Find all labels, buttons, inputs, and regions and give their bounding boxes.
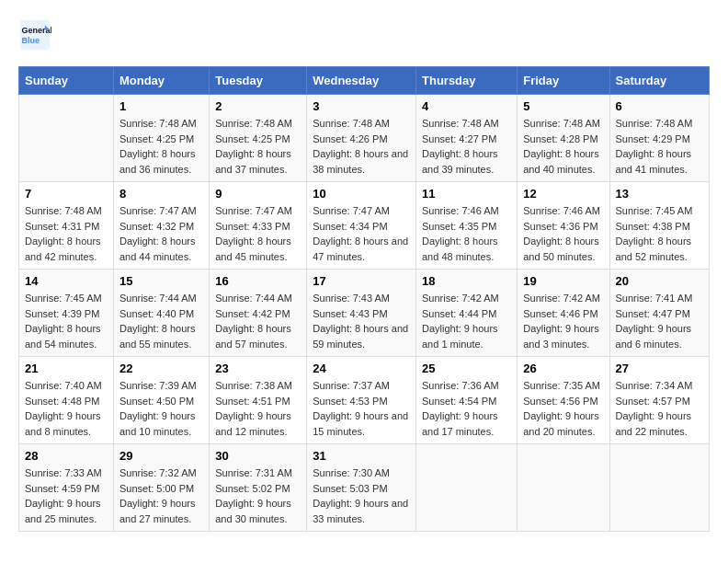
day-cell: 15Sunrise: 7:44 AMSunset: 4:40 PMDayligh… (113, 270, 209, 357)
day-info: Sunrise: 7:45 AMSunset: 4:38 PMDaylight:… (616, 203, 703, 264)
day-cell: 1Sunrise: 7:48 AMSunset: 4:25 PMDaylight… (113, 95, 209, 182)
day-number: 10 (313, 187, 410, 201)
day-number: 23 (215, 362, 301, 375)
week-row-2: 14Sunrise: 7:45 AMSunset: 4:39 PMDayligh… (19, 270, 710, 357)
day-cell: 19Sunrise: 7:42 AMSunset: 4:46 PMDayligh… (518, 270, 609, 357)
day-number: 15 (119, 274, 203, 288)
day-info: Sunrise: 7:42 AMSunset: 4:44 PMDaylight:… (422, 291, 511, 351)
day-info: Sunrise: 7:40 AMSunset: 4:48 PMDaylight:… (25, 378, 108, 439)
day-number: 31 (313, 449, 410, 463)
day-number: 25 (422, 362, 511, 375)
week-row-1: 7Sunrise: 7:48 AMSunset: 4:31 PMDaylight… (19, 182, 710, 270)
day-info: Sunrise: 7:48 AMSunset: 4:31 PMDaylight:… (25, 203, 108, 264)
day-cell: 7Sunrise: 7:48 AMSunset: 4:31 PMDaylight… (19, 182, 114, 270)
day-number: 29 (119, 449, 203, 463)
header: General Blue (18, 18, 710, 52)
header-cell-monday: Monday (113, 67, 209, 95)
day-cell: 30Sunrise: 7:31 AMSunset: 5:02 PMDayligh… (210, 444, 307, 532)
header-cell-thursday: Thursday (416, 67, 518, 95)
day-info: Sunrise: 7:33 AMSunset: 4:59 PMDaylight:… (25, 465, 108, 526)
week-row-0: 1Sunrise: 7:48 AMSunset: 4:25 PMDaylight… (19, 95, 710, 182)
day-cell: 20Sunrise: 7:41 AMSunset: 4:47 PMDayligh… (609, 270, 709, 357)
day-cell: 4Sunrise: 7:48 AMSunset: 4:27 PMDaylight… (416, 95, 518, 182)
day-cell: 6Sunrise: 7:48 AMSunset: 4:29 PMDaylight… (609, 95, 709, 182)
day-info: Sunrise: 7:36 AMSunset: 4:54 PMDaylight:… (422, 378, 511, 439)
day-number: 3 (313, 99, 410, 113)
day-info: Sunrise: 7:37 AMSunset: 4:53 PMDaylight:… (313, 378, 410, 439)
day-info: Sunrise: 7:46 AMSunset: 4:35 PMDaylight:… (422, 203, 511, 264)
day-info: Sunrise: 7:32 AMSunset: 5:00 PMDaylight:… (119, 465, 203, 526)
day-cell: 11Sunrise: 7:46 AMSunset: 4:35 PMDayligh… (416, 182, 518, 270)
day-info: Sunrise: 7:39 AMSunset: 4:50 PMDaylight:… (119, 378, 203, 439)
day-number: 8 (119, 187, 203, 201)
day-cell: 27Sunrise: 7:34 AMSunset: 4:57 PMDayligh… (609, 357, 709, 444)
day-number: 4 (422, 99, 511, 113)
day-info: Sunrise: 7:44 AMSunset: 4:42 PMDaylight:… (215, 291, 301, 351)
header-cell-friday: Friday (518, 67, 609, 95)
day-cell: 29Sunrise: 7:32 AMSunset: 5:00 PMDayligh… (113, 444, 209, 532)
day-info: Sunrise: 7:31 AMSunset: 5:02 PMDaylight:… (215, 465, 301, 526)
day-number: 26 (523, 362, 603, 375)
day-cell: 31Sunrise: 7:30 AMSunset: 5:03 PMDayligh… (307, 444, 416, 532)
day-number: 21 (25, 362, 108, 375)
day-cell: 14Sunrise: 7:45 AMSunset: 4:39 PMDayligh… (19, 270, 114, 357)
header-cell-wednesday: Wednesday (307, 67, 416, 95)
day-info: Sunrise: 7:41 AMSunset: 4:47 PMDaylight:… (616, 291, 703, 351)
day-number: 6 (616, 99, 703, 113)
day-cell (19, 95, 114, 182)
day-number: 12 (523, 187, 603, 201)
day-number: 5 (523, 99, 603, 113)
day-number: 30 (215, 449, 301, 463)
day-number: 28 (25, 449, 108, 463)
day-number: 19 (523, 274, 603, 288)
day-cell: 21Sunrise: 7:40 AMSunset: 4:48 PMDayligh… (19, 357, 114, 444)
day-cell: 18Sunrise: 7:42 AMSunset: 4:44 PMDayligh… (416, 270, 518, 357)
day-number: 22 (119, 362, 203, 375)
day-number: 2 (215, 99, 301, 113)
day-cell: 2Sunrise: 7:48 AMSunset: 4:25 PMDaylight… (210, 95, 307, 182)
day-cell: 3Sunrise: 7:48 AMSunset: 4:26 PMDaylight… (307, 95, 416, 182)
day-number: 13 (616, 187, 703, 201)
day-info: Sunrise: 7:47 AMSunset: 4:34 PMDaylight:… (313, 203, 410, 264)
day-info: Sunrise: 7:30 AMSunset: 5:03 PMDaylight:… (313, 465, 410, 526)
day-cell: 26Sunrise: 7:35 AMSunset: 4:56 PMDayligh… (518, 357, 609, 444)
day-info: Sunrise: 7:48 AMSunset: 4:29 PMDaylight:… (616, 116, 703, 177)
day-info: Sunrise: 7:48 AMSunset: 4:26 PMDaylight:… (313, 116, 410, 177)
day-info: Sunrise: 7:38 AMSunset: 4:51 PMDaylight:… (215, 378, 301, 439)
day-number: 11 (422, 187, 511, 201)
day-info: Sunrise: 7:34 AMSunset: 4:57 PMDaylight:… (616, 378, 703, 439)
day-cell: 5Sunrise: 7:48 AMSunset: 4:28 PMDaylight… (518, 95, 609, 182)
day-cell: 25Sunrise: 7:36 AMSunset: 4:54 PMDayligh… (416, 357, 518, 444)
day-number: 18 (422, 274, 511, 288)
day-cell: 28Sunrise: 7:33 AMSunset: 4:59 PMDayligh… (19, 444, 114, 532)
day-cell (518, 444, 609, 532)
day-info: Sunrise: 7:48 AMSunset: 4:25 PMDaylight:… (215, 116, 301, 177)
day-info: Sunrise: 7:42 AMSunset: 4:46 PMDaylight:… (523, 291, 603, 351)
day-cell: 23Sunrise: 7:38 AMSunset: 4:51 PMDayligh… (210, 357, 307, 444)
svg-text:Blue: Blue (22, 36, 40, 45)
day-number: 24 (313, 362, 410, 375)
day-number: 16 (215, 274, 301, 288)
day-cell: 17Sunrise: 7:43 AMSunset: 4:43 PMDayligh… (307, 270, 416, 357)
day-cell (416, 444, 518, 532)
day-cell: 9Sunrise: 7:47 AMSunset: 4:33 PMDaylight… (210, 182, 307, 270)
day-cell: 8Sunrise: 7:47 AMSunset: 4:32 PMDaylight… (113, 182, 209, 270)
day-number: 7 (25, 187, 108, 201)
week-row-3: 21Sunrise: 7:40 AMSunset: 4:48 PMDayligh… (19, 357, 710, 444)
logo: General Blue (18, 18, 57, 52)
logo-icon: General Blue (18, 18, 51, 52)
day-info: Sunrise: 7:47 AMSunset: 4:33 PMDaylight:… (215, 203, 301, 264)
day-cell: 16Sunrise: 7:44 AMSunset: 4:42 PMDayligh… (210, 270, 307, 357)
day-cell: 22Sunrise: 7:39 AMSunset: 4:50 PMDayligh… (113, 357, 209, 444)
header-row: SundayMondayTuesdayWednesdayThursdayFrid… (19, 67, 710, 95)
day-number: 27 (616, 362, 703, 375)
day-info: Sunrise: 7:43 AMSunset: 4:43 PMDaylight:… (313, 291, 410, 351)
day-info: Sunrise: 7:45 AMSunset: 4:39 PMDaylight:… (25, 291, 108, 351)
day-info: Sunrise: 7:47 AMSunset: 4:32 PMDaylight:… (119, 203, 203, 264)
day-number: 20 (616, 274, 703, 288)
day-info: Sunrise: 7:48 AMSunset: 4:25 PMDaylight:… (119, 116, 203, 177)
day-info: Sunrise: 7:48 AMSunset: 4:27 PMDaylight:… (422, 116, 511, 177)
day-number: 1 (119, 99, 203, 113)
week-row-4: 28Sunrise: 7:33 AMSunset: 4:59 PMDayligh… (19, 444, 710, 532)
day-number: 17 (313, 274, 410, 288)
